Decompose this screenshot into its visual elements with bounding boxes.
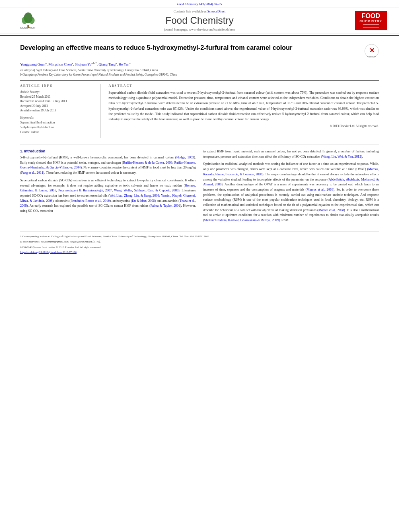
keyword-2: 5-Hydroxymethyl-2-furfural (20, 125, 95, 130)
contents-available-text: Contents lists available at (174, 10, 207, 13)
article-info-abstract: ARTICLE INFO Article history: Received 2… (20, 80, 379, 138)
available-online-date: Available online 29 July 2013 (20, 108, 95, 113)
elsevier-tree-icon: ELSEVIER (18, 12, 38, 29)
keyword-3: Caramel colour (20, 130, 95, 135)
article-main: Developing an effective means to reduce … (0, 36, 399, 262)
homepage-text: journal homepage: www.elsevier.com/locat… (164, 28, 235, 31)
intro-para1: 5-Hydroxymethyl-2-furfural (HMF), a well… (20, 155, 196, 176)
logo-chemistry-text: CHEMISTRY (356, 19, 385, 23)
intro-para2: Supercritical carbon dioxide (SC-CO₂) ex… (20, 178, 196, 214)
affiliation-b: b Guangdong Province Key Laboratory for … (20, 73, 379, 76)
affiliation-a: a College of Light Industry and Food Sci… (20, 68, 379, 72)
keywords-label: Keywords: (20, 116, 95, 119)
article-title: Developing an effective means to reduce … (20, 44, 360, 52)
ref-ku[interactable]: Ku & Mun, 2008 (132, 199, 155, 203)
article-title-section: Developing an effective means to reduce … (20, 44, 379, 58)
svg-text:ELSEVIER: ELSEVIER (20, 26, 35, 29)
accepted-date: Accepted 20 July 2013 (20, 104, 95, 108)
abstract-body: Supercritical carbon dioxide fluid extra… (109, 90, 379, 121)
ref-wei[interactable]: Wei, Liao, Zhang, Liu, & Jiang, 2009 (109, 194, 159, 197)
header-center: Contents lists available at ScienceDirec… (44, 10, 355, 31)
doi-line: http://dx.doi.org/10.1016/j.foodchem.201… (20, 251, 379, 254)
author-shujuan[interactable]: Shujuan Yu (75, 62, 91, 66)
abstract-copyright: © 2013 Elsevier Ltd. All rights reserved… (109, 124, 379, 128)
crossmark-icon: ✕ CrossMark (364, 44, 379, 58)
logo-decoration: ━━━━━━━━━━━━━━━━━━━━ (356, 23, 385, 29)
journal-title-header: Food Chemistry (44, 15, 355, 26)
received-date: Received 25 March 2013 (20, 94, 95, 99)
header-inner: ELSEVIER Contents lists available at Sci… (0, 8, 399, 33)
science-direct-link[interactable]: ScienceDirect (208, 10, 226, 13)
article-info-heading: ARTICLE INFO (20, 84, 95, 88)
science-direct-line: Contents lists available at ScienceDirec… (44, 10, 355, 13)
citation-text: Food Chemistry 143 (2014) 60–65 (177, 2, 222, 6)
journal-header: Food Chemistry 143 (2014) 60–65 ELSEVIER… (0, 0, 399, 36)
article-body: 1. Introduction 5-Hydroxymethyl-2-furfur… (20, 144, 379, 226)
issn-line: 0308-8146/$ – see front matter © 2013 El… (20, 246, 379, 249)
food-chemistry-logo-box: FOOD CHEMISTRY ━━━━━━━━━━━━━━━━━━━━ (355, 11, 387, 30)
article-authors: Yongguang Guana, Mingshun Chena, Shujuan… (20, 62, 379, 66)
corresponding-author-note: * Corresponding author at: College of Li… (20, 234, 379, 239)
svg-point-2 (22, 17, 27, 24)
author-he[interactable]: He Yan (119, 62, 130, 66)
ref-fernandez[interactable]: Fernández-Ronco et al., 2010 (71, 199, 110, 203)
body-left-column: 1. Introduction 5-Hydroxymethyl-2-furfur… (20, 149, 196, 226)
body-right-column: to extract HMF from liquid material, suc… (203, 149, 379, 226)
ref-marcos[interactable]: Marcos, Ricardo, Eliane, Leonardo, & Luc… (203, 167, 379, 176)
abstract-text: Supercritical carbon dioxide fluid extra… (109, 90, 379, 122)
email-note: E-mail addresses: shujuanyu8@gmail.com, … (20, 240, 379, 244)
keywords-list: Supercritical fluid extraction 5-Hydroxy… (20, 120, 95, 135)
article-info: ARTICLE INFO Article history: Received 2… (20, 84, 101, 138)
email-text: E-mail addresses: shujuanyu8@gmail.com, … (20, 240, 101, 243)
svg-text:✕: ✕ (369, 47, 374, 54)
author-qiang[interactable]: Qiang Tang (99, 62, 115, 66)
article-footer: * Corresponding author at: College of Li… (20, 232, 379, 254)
abstract-section: ABSTRACT Supercritical carbon dioxide fl… (109, 84, 379, 138)
received-revised-date: Received in revised form 17 July 2013 (20, 99, 95, 103)
ref-rufian1[interactable]: Rufiàn-Henares & de la Cueva, 2008 (123, 161, 173, 164)
introduction-heading: 1. Introduction (20, 149, 196, 153)
ref-pour[interactable]: Pourmortazavi & Hajimirsadeghi, 2007 (58, 189, 112, 192)
keyword-1: Supercritical fluid extraction (20, 120, 95, 125)
ref-shek[interactable]: Shekarchizadeha, Kadivar, Ghaziaskara & … (204, 218, 279, 222)
right-para1: to extract HMF from liquid material, suc… (203, 149, 379, 159)
ref-abdel[interactable]: Abdelfattah, Abdelaziz, Mohamed, & Ahmed… (203, 178, 379, 187)
author-yongguang[interactable]: Yongguang Guan (20, 62, 45, 66)
keywords-section: Keywords: Supercritical fluid extraction… (20, 116, 95, 135)
ref-marcos2[interactable]: Marcos et al., 2008 (306, 188, 333, 191)
journal-page: Food Chemistry 143 (2014) 60–65 ELSEVIER… (0, 0, 399, 262)
ref-palma[interactable]: Palma & Taylor, 2001 (150, 204, 180, 207)
ref-marcos3[interactable]: Marcos et al., 2008 (319, 208, 344, 212)
journal-citation: Food Chemistry 143 (2014) 60–65 (0, 2, 399, 6)
author-mingshun[interactable]: Mingshun Chen (48, 62, 72, 66)
right-para2: Optimisation in traditional analytical m… (203, 162, 379, 223)
affiliations: a College of Light Industry and Food Sci… (20, 68, 379, 76)
ref-wang2[interactable]: Wang, Liu, Wei, & Yan, 2012 (322, 155, 361, 158)
ref-hodge[interactable]: Hodge, 1953 (177, 156, 194, 159)
ref-fang[interactable]: Fang et al., 2011 (21, 171, 43, 175)
ref-wang[interactable]: Wang, Weller, Schlegel, Carr, & Cuppett,… (114, 189, 178, 192)
logo-food-text: FOOD (356, 13, 385, 19)
journal-homepage: journal homepage: www.elsevier.com/locat… (44, 28, 355, 31)
abstract-heading: ABSTRACT (109, 84, 379, 88)
history-label: Article history: (20, 90, 95, 94)
article-history: Article history: Received 25 March 2013 … (20, 90, 95, 113)
svg-text:CrossMark: CrossMark (367, 55, 376, 58)
doi-link[interactable]: http://dx.doi.org/10.1016/j.foodchem.201… (20, 251, 76, 254)
svg-point-3 (29, 17, 35, 24)
elsevier-logo: ELSEVIER (12, 12, 44, 29)
